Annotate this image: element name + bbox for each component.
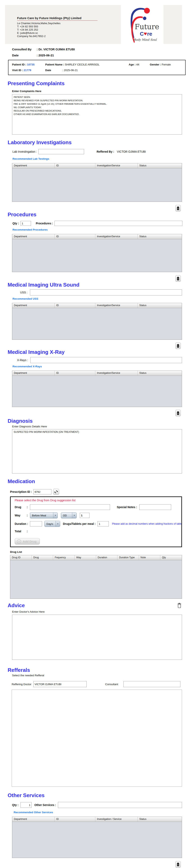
gender-label: Gender : — [150, 63, 161, 66]
delete-uss-button[interactable] — [175, 343, 181, 349]
patient-info-row-1: Patient ID : 10735 Patient Name : SHIRLE… — [12, 62, 185, 67]
delete-lab-button[interactable] — [175, 205, 181, 212]
trash-icon — [177, 276, 180, 281]
logo-tagline: Body Mind Soul — [134, 38, 157, 41]
uss-input[interactable] — [30, 289, 182, 296]
column-header-investigation: Investigation/Service — [95, 163, 138, 168]
patient-info-box: Patient ID : 10735 Patient Name : SHIRLE… — [8, 60, 186, 75]
procedures-table-empty-body — [12, 239, 182, 272]
lab-results-table: Department ID Investigation/Service Stat… — [12, 163, 182, 202]
duration-input[interactable] — [30, 521, 42, 526]
duration-unit-select[interactable]: Day/s ▼ — [44, 521, 60, 527]
per-meal-input[interactable] — [98, 521, 109, 526]
chevron-down-icon: ▼ — [72, 513, 76, 518]
plus-icon: + — [17, 539, 21, 544]
referring-doctor-input[interactable] — [33, 681, 87, 687]
refresh-prescription-button[interactable] — [53, 489, 59, 495]
consulted-by-label: Consulted By — [12, 48, 36, 51]
referred-by-label: Reffered By : — [97, 150, 114, 153]
drug-list-label: Drug List — [10, 550, 187, 553]
procedures-input[interactable] — [54, 221, 182, 226]
consultant-input[interactable] — [123, 681, 180, 687]
consultation-date-row: Date : 2025-06-21 — [12, 54, 187, 57]
column-header-drug-id: Drug ID — [10, 555, 32, 560]
referrals-subtitle: Select the needed Refferal — [12, 674, 187, 677]
duration-row: Duration : Day/s ▼ Drugs/Tablets per mea… — [15, 521, 181, 527]
delete-advice-button[interactable] — [177, 602, 182, 609]
other-services-row: Qty : Other Services : — [12, 802, 187, 808]
procedures-table: Department ID Investigation/Service Stat… — [12, 234, 182, 272]
column-header-id: ID — [55, 303, 95, 308]
diagnosis-input-label: Enter Diagnosis Details Here — [12, 425, 187, 428]
logo-red-dot — [144, 8, 150, 13]
drug-colon: : — [27, 505, 30, 509]
drug-suggestion-note: Please select the Drug from Drug suggess… — [15, 499, 181, 502]
logo-care-c: C — [140, 31, 144, 37]
procedures-delete-row — [12, 275, 182, 282]
trash-icon — [177, 411, 180, 415]
advice-textarea[interactable] — [12, 615, 182, 660]
advice-title: Advice — [8, 602, 25, 609]
recommended-lab-testings-link: Recommended Lab Testings — [12, 157, 187, 160]
other-services-title: Other Services — [8, 792, 187, 798]
total-row: Total : — [15, 530, 181, 533]
column-header-status: Status — [138, 163, 182, 168]
column-header-department: Department — [12, 817, 55, 822]
patient-name-value: SHIRLEY CECILE ARRISOL — [65, 63, 100, 66]
xray-input[interactable] — [30, 357, 182, 363]
lab-table-empty-body — [12, 168, 182, 202]
recommended-uss-link: Recommended USS — [12, 297, 187, 301]
advice-input-label: Enter Doctor's Advice Here — [12, 610, 187, 614]
column-header-qty: Qty — [160, 555, 182, 560]
add-drug-button-label: Add Drug — [23, 540, 36, 543]
logo-blue-dot — [143, 17, 146, 20]
column-header-department: Department — [12, 234, 55, 239]
age-value: 44 — [136, 63, 139, 66]
delete-other-services-button[interactable] — [175, 861, 181, 868]
xray-delete-row — [12, 410, 182, 416]
meal-timing-select[interactable]: Before Meal ▼ — [30, 512, 58, 518]
date-label: Date — [12, 54, 36, 57]
column-header-status: Status — [138, 234, 182, 239]
column-header-duration: Duration — [96, 555, 118, 560]
special-notes-input[interactable] — [139, 504, 171, 510]
other-services-delete-row — [12, 861, 182, 868]
diagnosis-textarea[interactable]: SUSPECTED PIN WORM INFESTATION (ON TREAT… — [12, 429, 182, 473]
chevron-down-icon: ▼ — [55, 521, 60, 527]
drug-list-empty-body — [10, 560, 182, 598]
column-header-way: Way — [75, 555, 96, 560]
column-header-department: Department — [12, 303, 55, 308]
complaints-textarea[interactable]: PATIENT SEEN. BEING REVIEWED FOR SUSPECT… — [12, 94, 182, 134]
procedures-qty-input[interactable] — [21, 221, 31, 226]
xray-title: Medical Imaging X-Ray — [8, 349, 187, 355]
drug-list-table: Drug ID Drug Fequency Way Duration Durat… — [10, 555, 182, 599]
other-services-input[interactable] — [58, 802, 182, 808]
complaints-input-label: Enter Complaints Here — [12, 89, 187, 93]
consulted-by-value: : Dr. VICTOR OJIMA ETUBI — [37, 48, 75, 51]
lab-delete-row — [12, 205, 182, 212]
other-services-qty-input[interactable] — [21, 802, 32, 808]
procedures-qty-label: Qty : — [12, 222, 19, 225]
logo-word-future: Future — [135, 23, 159, 31]
drug-input[interactable] — [30, 504, 110, 510]
total-label: Total — [15, 530, 27, 533]
date-value: : 2025-06-21 — [37, 54, 54, 57]
column-header-note: Note — [139, 555, 160, 560]
chevron-down-icon: ▼ — [53, 513, 58, 518]
logo-care-re: re — [147, 31, 152, 37]
prescription-id-input[interactable] — [33, 489, 51, 494]
consultation-report-page: Future Care by Future Holdings (Pty) Lim… — [0, 5, 187, 868]
delete-xray-button[interactable] — [175, 410, 181, 416]
delete-procedures-button[interactable] — [175, 275, 181, 282]
procedures-table-header: Department ID Investigation/Service Stat… — [12, 234, 182, 239]
add-drug-button[interactable]: + Add Drug — [15, 538, 40, 545]
way-qty-input[interactable] — [80, 513, 89, 518]
other-services-table-empty-body — [12, 822, 182, 858]
column-header-department: Department — [12, 371, 55, 376]
frequency-select[interactable]: OD ▼ — [61, 512, 77, 518]
uss-table-empty-body — [12, 308, 182, 340]
lab-investigation-input[interactable] — [38, 149, 84, 154]
lab-investigation-row: Lab Investingation : Reffered By : VICTO… — [12, 149, 187, 154]
uss-table-header: Department ID Investigation/Service Stat… — [12, 303, 182, 308]
other-services-table: Department ID Investigation / Service St… — [12, 817, 182, 858]
